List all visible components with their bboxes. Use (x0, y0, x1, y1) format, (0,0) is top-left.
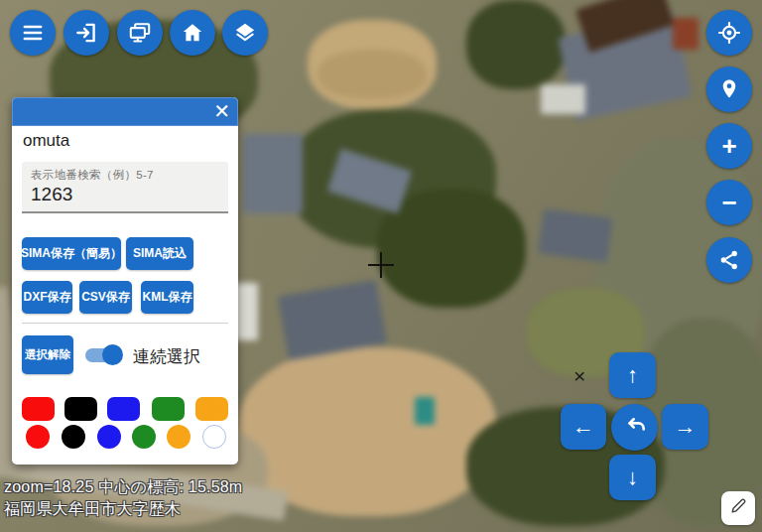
map-building-roof (538, 208, 613, 262)
pan-up-button[interactable]: ↑ (609, 352, 656, 398)
color-swatch-circle-green[interactable] (132, 425, 156, 449)
login-icon (73, 20, 99, 46)
parcel-search-field[interactable]: 表示地番検索（例）5-7 (22, 162, 228, 213)
menu-button[interactable] (10, 10, 56, 56)
crosshair-line (380, 252, 382, 278)
sima-load-button[interactable]: SIMA読込 (126, 237, 193, 270)
color-swatch-circle-black[interactable] (62, 425, 85, 449)
color-swatch-rect-black[interactable] (64, 397, 97, 421)
continuous-select-label: 連続選択 (133, 345, 200, 368)
clear-selection-button[interactable]: 選択解除 (22, 335, 73, 374)
map-feature (466, 0, 566, 89)
place-pin-button[interactable] (706, 66, 752, 112)
pencil-icon (728, 496, 748, 520)
zoom-in-icon: + (721, 133, 736, 159)
undo-button[interactable] (611, 404, 658, 451)
share-icon (716, 247, 742, 273)
zoom-in-button[interactable]: + (706, 123, 752, 169)
menu-icon (20, 20, 46, 46)
layers-button[interactable] (222, 10, 268, 56)
pan-right-button[interactable]: → (662, 404, 708, 450)
color-swatch-circle-orange[interactable] (167, 425, 190, 449)
color-swatch-rect-red[interactable] (22, 397, 55, 421)
gps-locate-button[interactable] (706, 10, 752, 56)
color-swatch-circle-blue[interactable] (97, 425, 121, 449)
color-swatch-circle-white[interactable] (202, 425, 226, 449)
pan-down-button[interactable]: ↓ (609, 455, 656, 500)
edit-button[interactable] (721, 491, 755, 525)
parcel-tool-panel: ✕ omuta 表示地番検索（例）5-7 SIMA保存（簡易） SIMA読込 D… (12, 97, 238, 465)
pan-left-button[interactable]: ← (561, 404, 606, 450)
continuous-select-toggle[interactable] (85, 343, 129, 367)
displays-button[interactable] (117, 10, 163, 56)
csv-save-button[interactable]: CSV保存 (79, 281, 132, 314)
dxf-save-button[interactable]: DXF保存 (22, 281, 72, 314)
displays-icon (127, 20, 153, 46)
arrow-up-icon: ↑ (627, 362, 638, 388)
zoom-out-button[interactable]: − (706, 180, 752, 225)
layers-icon (232, 20, 258, 46)
sima-save-simple-button[interactable]: SIMA保存（簡易） (22, 237, 121, 270)
panel-divider (22, 323, 228, 324)
status-zoom-elevation: zoom=18.25 中心の標高: 15.58m (4, 476, 242, 497)
map-building-roof (541, 84, 585, 114)
map-x-marker: × (573, 365, 585, 386)
map-crosshair-icon (368, 252, 394, 278)
home-button[interactable] (170, 10, 215, 56)
panel-header: ✕ (12, 97, 238, 126)
map-building-roof (673, 18, 698, 50)
close-icon[interactable]: ✕ (213, 100, 230, 122)
map-building-roof (243, 134, 303, 213)
arrow-left-icon: ← (572, 414, 594, 440)
panel-title: omuta (23, 131, 69, 151)
status-address: 福岡県大牟田市大字歴木 (4, 498, 181, 519)
color-swatch-rect-orange[interactable] (195, 397, 228, 421)
share-button[interactable] (706, 237, 752, 283)
color-swatch-rect-blue[interactable] (107, 397, 140, 421)
map-feature (415, 397, 435, 425)
place-pin-icon (716, 76, 742, 102)
login-button[interactable] (64, 10, 109, 56)
app-root: { "panel": { "title": "omuta", "close_gl… (0, 0, 762, 532)
gps-locate-icon (716, 20, 742, 46)
color-swatch-circle-red[interactable] (26, 425, 50, 449)
arrow-down-icon: ↓ (627, 465, 638, 490)
zoom-out-icon: − (721, 190, 736, 215)
kml-save-button[interactable]: KML保存 (141, 281, 193, 314)
undo-icon (622, 412, 648, 444)
parcel-search-input[interactable] (31, 183, 219, 205)
map-feature (318, 50, 427, 99)
search-field-label: 表示地番検索（例）5-7 (31, 168, 219, 183)
arrow-right-icon: → (675, 414, 697, 440)
color-swatch-rect-green[interactable] (152, 397, 185, 421)
toggle-knob (102, 344, 123, 365)
home-icon (180, 20, 205, 46)
